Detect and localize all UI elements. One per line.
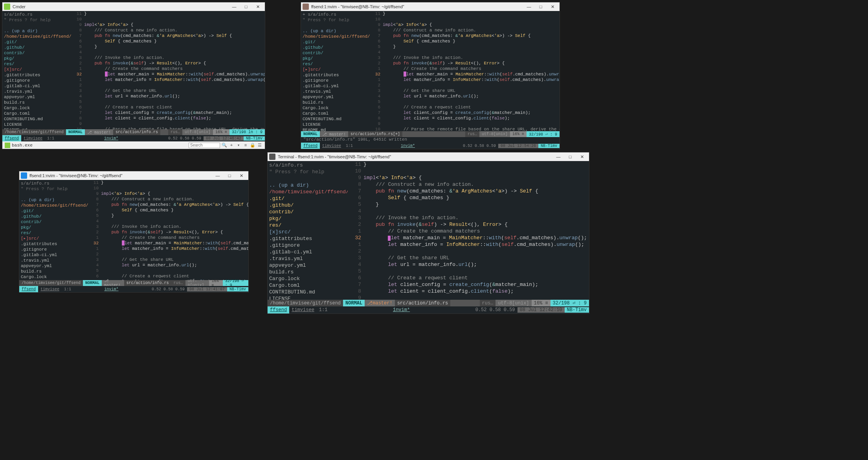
tmux-window[interactable]: 1nvim* <box>102 136 121 141</box>
file-item[interactable]: .gitattributes <box>303 72 369 78</box>
folder-item[interactable]: res/ <box>21 230 87 236</box>
tmux-session[interactable]: ffsend <box>19 286 38 292</box>
file-item[interactable]: .travis.yml <box>269 255 346 262</box>
maximize-button[interactable]: □ <box>227 173 232 178</box>
up-dir[interactable]: .. (up a dir) <box>303 28 369 34</box>
file-item[interactable]: Cargo.lock <box>269 275 346 282</box>
src-folder[interactable]: [▸]src/ <box>303 67 369 72</box>
folder-item[interactable]: res/ <box>4 61 70 67</box>
maximize-button[interactable]: □ <box>244 4 248 9</box>
maximize-button[interactable]: □ <box>538 4 543 9</box>
file-item[interactable]: Cargo.lock <box>303 105 369 111</box>
tmux-window[interactable]: 1nvim* <box>102 287 121 291</box>
file-item[interactable]: Cargo.toml <box>4 111 70 116</box>
file-item[interactable]: Cargo.toml <box>303 111 369 116</box>
close-button[interactable]: ✕ <box>580 154 584 159</box>
folder-item[interactable]: res/ <box>269 222 346 229</box>
file-item[interactable]: build.rs <box>4 100 70 105</box>
toolbar-icon[interactable]: + <box>229 143 234 148</box>
tmux-window[interactable]: 1nvim* <box>398 144 417 148</box>
tmux-session[interactable]: ffsend <box>301 143 320 149</box>
tmux-session[interactable]: ffsend <box>2 135 21 141</box>
file-item[interactable]: .travis.yml <box>21 258 87 263</box>
minimize-button[interactable]: — <box>232 4 237 9</box>
minimize-button[interactable]: — <box>527 4 531 9</box>
close-button[interactable]: ✕ <box>255 4 260 9</box>
file-item[interactable]: Cargo.lock <box>4 105 70 111</box>
folder-item[interactable]: pkg/ <box>4 56 70 61</box>
file-tree[interactable]: s/a/info.rs" Press ? for help .. (up a d… <box>2 11 72 129</box>
folder-item[interactable]: res/ <box>303 61 369 67</box>
tmux-session[interactable]: ffsend <box>268 306 289 313</box>
file-tree[interactable]: s/a/info.rs" Press ? for help .. (up a d… <box>268 161 348 300</box>
file-item[interactable]: .gitignore <box>269 242 346 249</box>
file-item[interactable]: .gitignore <box>4 78 70 83</box>
minimize-button[interactable]: — <box>215 173 220 178</box>
tmux-window[interactable]: 1nvim* <box>391 307 412 313</box>
file-item[interactable]: .gitattributes <box>21 241 87 247</box>
file-item[interactable]: .gitattributes <box>269 235 346 242</box>
close-button[interactable]: ✕ <box>239 173 244 178</box>
folder-item[interactable]: .git/ <box>269 195 346 202</box>
file-item[interactable]: .travis.yml <box>303 89 369 94</box>
file-tree[interactable]: s/a/info.rs" Press ? for help .. (up a d… <box>19 180 88 280</box>
file-item[interactable]: CONTRIBUTING.md <box>269 289 346 295</box>
folder-item[interactable]: contrib/ <box>4 50 70 56</box>
toolbar-icon[interactable]: ☰ <box>257 143 262 148</box>
file-item[interactable]: build.rs <box>269 269 346 275</box>
folder-item[interactable]: contrib/ <box>21 219 87 225</box>
toolbar-icon[interactable]: 🔍 <box>222 143 227 148</box>
folder-item[interactable]: pkg/ <box>303 56 369 61</box>
file-item[interactable]: Cargo.toml <box>269 282 346 289</box>
src-folder[interactable]: [x]src/ <box>269 229 346 235</box>
file-item[interactable]: appveyor.yml <box>4 94 70 100</box>
file-item[interactable]: appveyor.yml <box>269 262 346 269</box>
maximize-button[interactable]: □ <box>568 154 573 159</box>
toolbar-icon[interactable]: 🔒 <box>250 143 255 148</box>
close-button[interactable]: ✕ <box>550 4 555 9</box>
code-editor[interactable]: } impl<'a> Info<'a> { /// Construct a ne… <box>101 180 248 280</box>
tab-bash[interactable]: bash.exe <box>12 143 33 148</box>
file-item[interactable]: .gitignore <box>21 247 87 252</box>
file-item[interactable]: .gitlab-ci.yml <box>4 83 70 89</box>
file-item[interactable]: Cargo.lock <box>21 274 87 280</box>
folder-item[interactable]: .github/ <box>4 45 70 50</box>
file-item[interactable]: .gitattributes <box>4 72 70 78</box>
toolbar-icon[interactable]: ▾ <box>236 143 241 148</box>
file-item[interactable]: appveyor.yml <box>21 263 87 269</box>
code-editor[interactable]: } impl<'a> Info<'a> { /// Construct a ne… <box>383 11 560 131</box>
src-folder[interactable]: [▸]src/ <box>21 236 87 241</box>
file-item[interactable]: LICENSE <box>4 122 70 127</box>
code-editor[interactable]: } impl<'a> Info<'a> { /// Construct a ne… <box>84 11 265 129</box>
toolbar-icon[interactable]: ≡ <box>243 143 248 148</box>
folder-item[interactable]: .github/ <box>303 45 369 50</box>
file-item[interactable]: CONTRIBUTING.md <box>4 116 70 122</box>
code-editor[interactable]: } impl<'a> Info<'a> { /// Construct a ne… <box>363 161 589 300</box>
file-item[interactable]: LICENSE <box>303 122 369 127</box>
folder-item[interactable]: .git/ <box>21 208 87 214</box>
search-input[interactable] <box>189 143 220 148</box>
up-dir[interactable]: .. (up a dir) <box>269 182 346 189</box>
file-item[interactable]: README.md <box>303 127 369 131</box>
folder-item[interactable]: .git/ <box>4 39 70 45</box>
up-dir[interactable]: .. (up a dir) <box>21 197 87 203</box>
file-item[interactable]: build.rs <box>21 269 87 274</box>
folder-item[interactable]: pkg/ <box>269 215 346 222</box>
file-item[interactable]: build.rs <box>303 100 369 105</box>
file-item[interactable]: .gitlab-ci.yml <box>269 249 346 255</box>
folder-item[interactable]: contrib/ <box>269 209 346 215</box>
up-dir[interactable]: .. (up a dir) <box>4 28 70 34</box>
file-item[interactable]: .gitignore <box>303 78 369 83</box>
folder-item[interactable]: .git/ <box>303 39 369 45</box>
folder-item[interactable]: pkg/ <box>21 225 87 230</box>
src-folder[interactable]: [X]src/ <box>4 67 70 72</box>
file-item[interactable]: LICENSE <box>269 295 346 300</box>
folder-item[interactable]: .github/ <box>269 202 346 209</box>
minimize-button[interactable]: — <box>556 154 561 159</box>
file-item[interactable]: CONTRIBUTING.md <box>303 116 369 122</box>
file-item[interactable]: .gitlab-ci.yml <box>303 83 369 89</box>
file-item[interactable]: .gitlab-ci.yml <box>21 252 87 258</box>
file-item[interactable]: .travis.yml <box>4 89 70 94</box>
folder-item[interactable]: contrib/ <box>303 50 369 56</box>
file-item[interactable]: appveyor.yml <box>303 94 369 100</box>
